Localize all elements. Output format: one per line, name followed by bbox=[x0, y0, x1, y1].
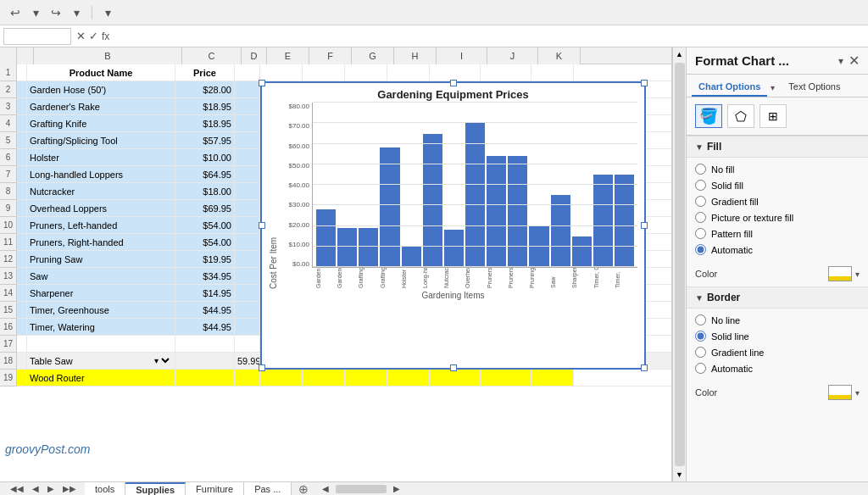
cell-j-19[interactable] bbox=[481, 370, 531, 386]
scroll-right-arrow[interactable]: ▶ bbox=[390, 484, 403, 493]
cell-a-6[interactable] bbox=[17, 149, 27, 165]
chart-container[interactable]: Gardening Equipment Prices Cost Per Item… bbox=[260, 81, 646, 370]
bar-9[interactable] bbox=[508, 156, 527, 267]
scroll-thumb-v[interactable] bbox=[675, 63, 685, 466]
tab-chart-options[interactable]: Chart Options bbox=[692, 78, 767, 97]
col-header-g[interactable]: G bbox=[352, 47, 394, 64]
cell-b-5[interactable]: Grafting/Splicing Tool bbox=[27, 132, 175, 148]
border-color-picker[interactable]: ▾ bbox=[828, 385, 860, 400]
cell-d-10[interactable] bbox=[235, 217, 260, 233]
resize-handle-bl[interactable] bbox=[259, 364, 265, 371]
panel-close-button[interactable]: ✕ bbox=[849, 53, 860, 69]
cell-b-6[interactable]: Holster bbox=[27, 149, 175, 165]
resize-handle-tl[interactable] bbox=[259, 80, 265, 86]
cell-d-11[interactable] bbox=[235, 234, 260, 250]
undo-button[interactable]: ↩ bbox=[7, 4, 24, 21]
h-scroll-area[interactable]: ◀ ▶ bbox=[315, 484, 866, 493]
cell-c-18[interactable] bbox=[175, 353, 235, 369]
cell-a-3[interactable] bbox=[17, 98, 27, 114]
fill-solid-radio[interactable] bbox=[695, 180, 706, 191]
cell-d-15[interactable] bbox=[235, 302, 260, 318]
fx-icon[interactable]: fx bbox=[102, 31, 109, 42]
add-sheet-button[interactable]: ⊕ bbox=[292, 482, 315, 495]
cell-d-7[interactable] bbox=[235, 166, 260, 182]
cell-b-8[interactable]: Nutcracker bbox=[27, 183, 175, 199]
fill-line-icon-btn[interactable]: 🪣 bbox=[695, 104, 722, 128]
cell-a-15[interactable] bbox=[17, 302, 27, 318]
scroll-left-arrow[interactable]: ◀ bbox=[319, 484, 332, 493]
col-header-d[interactable]: D bbox=[242, 47, 267, 64]
fill-color-picker[interactable]: ▾ bbox=[828, 266, 860, 281]
bar-0[interactable] bbox=[316, 209, 336, 267]
col-header-i[interactable]: I bbox=[437, 47, 487, 64]
cell-c-7[interactable]: $64.95 bbox=[175, 166, 235, 182]
resize-handle-ml[interactable] bbox=[259, 222, 265, 229]
cell-d-6[interactable] bbox=[235, 149, 260, 165]
cell-a-12[interactable] bbox=[17, 251, 27, 267]
cell-d-19[interactable] bbox=[235, 370, 260, 386]
cell-a-11[interactable] bbox=[17, 234, 27, 250]
fill-color-swatch[interactable] bbox=[828, 266, 852, 281]
cell-b-19[interactable]: Wood Router bbox=[27, 370, 175, 386]
cell-j-1[interactable] bbox=[481, 64, 531, 81]
formula-input[interactable] bbox=[114, 31, 865, 42]
resize-handle-mr[interactable] bbox=[641, 222, 648, 229]
cell-c-15[interactable]: $44.95 bbox=[175, 302, 235, 318]
fill-picture[interactable]: Picture or texture fill bbox=[695, 209, 860, 225]
cell-f-19[interactable] bbox=[303, 370, 345, 386]
cell-b-14[interactable]: Sharpener bbox=[27, 285, 175, 301]
redo-button[interactable]: ↪ bbox=[47, 4, 64, 21]
resize-handle-tc[interactable] bbox=[450, 80, 457, 86]
cell-c-17[interactable] bbox=[175, 336, 235, 352]
fill-gradient[interactable]: Gradient fill bbox=[695, 193, 860, 209]
cell-h-19[interactable] bbox=[387, 370, 430, 386]
cell-b-18[interactable]: Table Saw▾ bbox=[27, 353, 175, 369]
col-header-c[interactable]: C bbox=[182, 47, 242, 64]
cell-a-10[interactable] bbox=[17, 217, 27, 233]
border-color-swatch[interactable] bbox=[828, 385, 852, 400]
fill-no-fill-radio[interactable] bbox=[695, 164, 706, 175]
cell-c-16[interactable]: $44.95 bbox=[175, 319, 235, 335]
cell-d-3[interactable] bbox=[235, 98, 260, 114]
cell-d-18[interactable]: 59.99 bbox=[235, 353, 260, 369]
cell-c-3[interactable]: $18.95 bbox=[175, 98, 235, 114]
cell-a-18[interactable] bbox=[17, 353, 27, 369]
sheet-tab-supplies[interactable]: Supplies bbox=[125, 482, 186, 495]
border-solid-radio[interactable] bbox=[695, 331, 706, 342]
cell-g-19[interactable] bbox=[345, 370, 387, 386]
cell-d-8[interactable] bbox=[235, 183, 260, 199]
bar-6[interactable] bbox=[444, 230, 464, 267]
next-sheet-arrow[interactable]: ▶ bbox=[44, 482, 58, 495]
cell-b-15[interactable]: Timer, Greenhouse bbox=[27, 302, 175, 318]
border-no-line[interactable]: No line bbox=[695, 312, 860, 328]
undo-dropdown[interactable]: ▾ bbox=[27, 4, 44, 21]
resize-handle-bc[interactable] bbox=[450, 364, 457, 371]
cell-c-4[interactable]: $18.95 bbox=[175, 115, 235, 131]
border-section-header[interactable]: ▼ Border bbox=[687, 286, 868, 309]
cell-k-1[interactable] bbox=[531, 64, 574, 81]
cell-b-12[interactable]: Pruning Saw bbox=[27, 251, 175, 267]
fill-section-header[interactable]: ▼ Fill bbox=[687, 136, 868, 158]
cell-c-1[interactable]: Price bbox=[175, 64, 235, 81]
cell-c-13[interactable]: $34.95 bbox=[175, 268, 235, 284]
fill-automatic-radio[interactable] bbox=[695, 244, 706, 255]
cell-d-12[interactable] bbox=[235, 251, 260, 267]
bar-10[interactable] bbox=[529, 226, 548, 267]
cell-d-14[interactable] bbox=[235, 285, 260, 301]
fill-no-fill[interactable]: No fill bbox=[695, 161, 860, 177]
cell-c-6[interactable]: $10.00 bbox=[175, 149, 235, 165]
confirm-icon[interactable]: ✓ bbox=[89, 30, 98, 42]
cell-c-11[interactable]: $54.00 bbox=[175, 234, 235, 250]
fill-solid[interactable]: Solid fill bbox=[695, 177, 860, 193]
cell-b-11[interactable]: Pruners, Right-handed bbox=[27, 234, 175, 250]
cell-b-13[interactable]: Saw bbox=[27, 268, 175, 284]
scroll-up-arrow[interactable]: ▲ bbox=[673, 47, 686, 61]
cell-c-10[interactable]: $54.00 bbox=[175, 217, 235, 233]
cell-b-10[interactable]: Pruners, Left-handed bbox=[27, 217, 175, 233]
col-header-e[interactable]: E bbox=[267, 47, 309, 64]
bar-4[interactable] bbox=[402, 247, 421, 267]
cell-a-9[interactable] bbox=[17, 200, 27, 216]
cell-d-17[interactable] bbox=[235, 336, 260, 352]
border-automatic[interactable]: Automatic bbox=[695, 360, 860, 376]
sheet-tab-tools[interactable]: tools bbox=[85, 482, 125, 495]
